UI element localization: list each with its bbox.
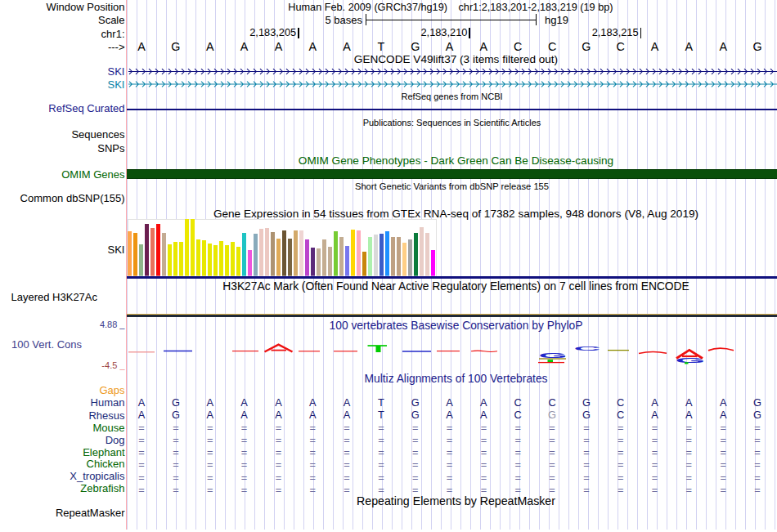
svg-text:G: G [539, 351, 568, 359]
svg-text:C: C [574, 346, 601, 352]
